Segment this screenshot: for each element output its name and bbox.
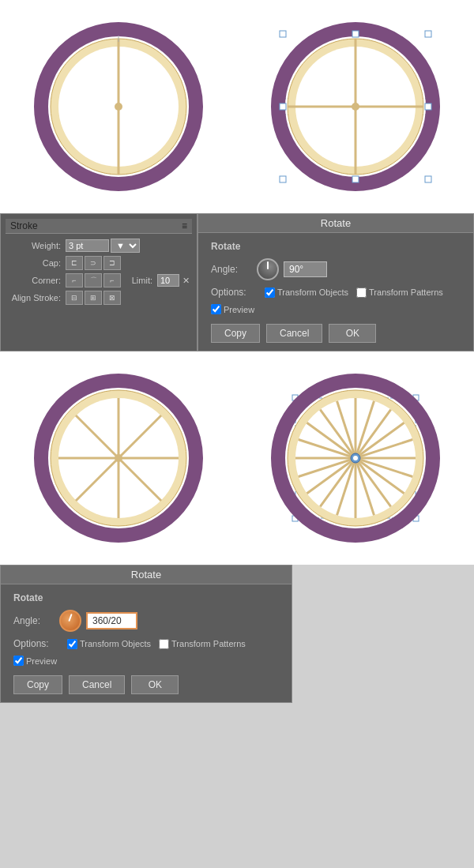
align-center-btn[interactable]: ⊟ xyxy=(66,291,83,305)
circle-panel-right-bottom xyxy=(237,351,474,565)
weight-input[interactable] xyxy=(66,239,109,252)
stroke-panel-header: Stroke ≡ xyxy=(6,219,192,234)
angle-label-top: Angle: xyxy=(211,264,250,275)
transform-objects-checkbox-top[interactable]: Transform Objects xyxy=(265,287,348,298)
transform-objects-checkbox-bottom[interactable]: Transform Objects xyxy=(67,639,151,649)
ok-button-bottom[interactable]: OK xyxy=(131,675,179,694)
weight-dropdown[interactable]: ▼ xyxy=(111,239,140,253)
limit-label: Limit: xyxy=(121,276,152,285)
ok-button-top[interactable]: OK xyxy=(329,324,376,343)
rotate-buttons-bottom: Copy Cancel OK xyxy=(13,675,279,694)
rotate-dialog-title-bottom: Rotate xyxy=(1,566,292,584)
rotate-dialog-body-top: Rotate Angle: Options: Transform Objects… xyxy=(198,233,473,351)
svg-point-52 xyxy=(353,456,358,460)
svg-rect-14 xyxy=(352,31,359,37)
transform-patterns-checkbox-top[interactable]: Transform Patterns xyxy=(356,287,443,298)
cap-buttons: ⊏ ⊃ ⊐ xyxy=(66,256,121,270)
rotate-buttons-top: Copy Cancel OK xyxy=(211,324,461,343)
svg-rect-18 xyxy=(280,176,286,182)
align-outside-btn[interactable]: ⊠ xyxy=(103,291,121,305)
limit-x-btn[interactable]: ✕ xyxy=(182,276,190,286)
limit-input[interactable] xyxy=(157,274,179,287)
rotate-angle-row-top: Angle: xyxy=(211,258,461,280)
middle-panels-row: Stroke ≡ Weight: ▼ Cap: ⊏ ⊃ ⊐ Corner: ⌐ … xyxy=(0,213,474,351)
svg-point-20 xyxy=(352,103,359,111)
rotate-section-label-top: Rotate xyxy=(211,241,461,252)
circle-panel-left-top xyxy=(0,0,237,213)
bottom-circles-section xyxy=(0,351,474,565)
rotate-angle-row-bottom: Angle: xyxy=(13,610,279,632)
circle-right-bottom xyxy=(269,371,442,545)
rotate-section-label-bottom: Rotate xyxy=(13,592,279,603)
svg-rect-17 xyxy=(425,31,431,37)
weight-label: Weight: xyxy=(6,241,61,250)
cap-label: Cap: xyxy=(6,258,61,268)
stroke-weight-row: Weight: ▼ xyxy=(6,239,192,253)
align-label: Align Stroke: xyxy=(6,293,61,302)
corner-round-btn[interactable]: ⌒ xyxy=(85,273,102,287)
stroke-corner-row: Corner: ⌐ ⌒ ⌐ Limit: ✕ xyxy=(6,273,192,287)
cancel-button-bottom[interactable]: Cancel xyxy=(69,675,125,694)
cap-round-btn[interactable]: ⊃ xyxy=(85,256,102,270)
cap-butt-btn[interactable]: ⊏ xyxy=(66,256,83,270)
circle-right-top xyxy=(269,20,442,194)
svg-rect-15 xyxy=(352,176,359,182)
rotate-options-row-top: Options: Transform Objects Transform Pat… xyxy=(211,287,461,298)
stroke-cap-row: Cap: ⊏ ⊃ ⊐ xyxy=(6,256,192,270)
stroke-panel-title: Stroke xyxy=(10,220,38,231)
preview-checkbox-bottom[interactable]: Preview xyxy=(13,656,57,666)
copy-button-bottom[interactable]: Copy xyxy=(13,675,62,694)
cancel-button-top[interactable]: Cancel xyxy=(266,324,322,343)
rotate-dialog-top: Rotate Rotate Angle: Options: Transform … xyxy=(198,213,474,351)
angle-input-bottom[interactable] xyxy=(86,612,137,629)
top-circles-section xyxy=(0,0,474,213)
preview-row-top: Preview xyxy=(211,304,461,314)
preview-row-bottom: Preview xyxy=(13,656,279,666)
rotate-options-row-bottom: Options: Transform Objects Transform Pat… xyxy=(13,638,279,649)
circle-left-bottom xyxy=(32,371,205,545)
align-inside-btn[interactable]: ⊞ xyxy=(85,291,102,305)
stroke-align-row: Align Stroke: ⊟ ⊞ ⊠ xyxy=(6,291,192,305)
svg-point-4 xyxy=(115,103,122,111)
corner-buttons: ⌐ ⌒ ⌐ xyxy=(66,273,121,287)
circle-panel-left-bottom xyxy=(0,351,237,565)
stroke-panel: Stroke ≡ Weight: ▼ Cap: ⊏ ⊃ ⊐ Corner: ⌐ … xyxy=(0,213,198,351)
options-label-bottom: Options: xyxy=(13,638,61,649)
corner-bevel-btn[interactable]: ⌐ xyxy=(103,273,121,287)
corner-label: Corner: xyxy=(6,276,61,285)
options-label-top: Options: xyxy=(211,287,258,298)
stroke-panel-menu-icon[interactable]: ≡ xyxy=(182,220,187,231)
svg-rect-19 xyxy=(425,176,431,182)
copy-button-top[interactable]: Copy xyxy=(211,324,260,343)
preview-checkbox-top[interactable]: Preview xyxy=(211,304,254,314)
circle-panel-right-top xyxy=(237,0,474,213)
rotate-dialog-body-bottom: Rotate Angle: Options: Transform Objects… xyxy=(1,584,292,702)
angle-label-bottom: Angle: xyxy=(13,615,53,626)
svg-rect-12 xyxy=(280,103,286,110)
align-buttons: ⊟ ⊞ ⊠ xyxy=(66,291,121,305)
cap-square-btn[interactable]: ⊐ xyxy=(103,256,121,270)
svg-point-28 xyxy=(115,454,122,462)
svg-rect-16 xyxy=(280,31,286,37)
angle-input-top[interactable] xyxy=(284,261,327,277)
angle-dial-bottom[interactable] xyxy=(59,610,81,632)
corner-miter-btn[interactable]: ⌐ xyxy=(66,273,83,287)
transform-patterns-checkbox-bottom[interactable]: Transform Patterns xyxy=(159,639,246,649)
rotate-dialog-title-top: Rotate xyxy=(198,214,473,233)
svg-rect-13 xyxy=(425,103,431,110)
circle-left-top xyxy=(32,20,205,194)
rotate-dialog-bottom: Rotate Rotate Angle: Options: Transform … xyxy=(0,565,292,703)
angle-dial-top[interactable] xyxy=(257,258,279,280)
